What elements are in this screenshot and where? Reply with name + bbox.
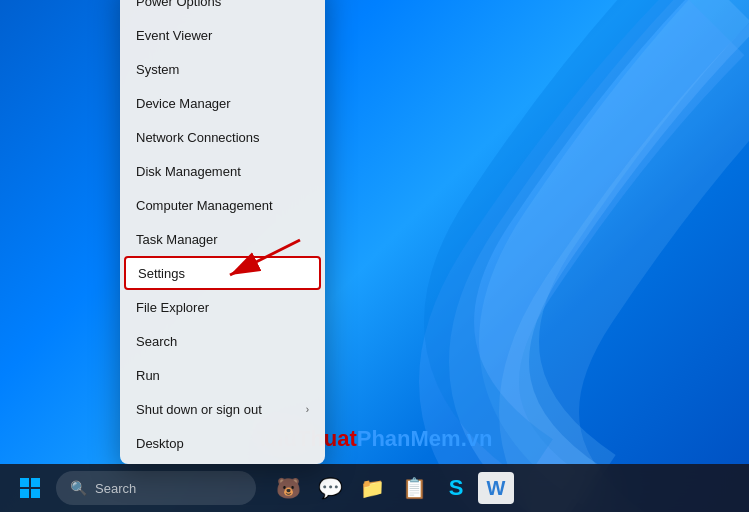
- menu-item-label-network-connections: Network Connections: [136, 130, 260, 145]
- menu-item-computer-management[interactable]: Computer Management: [120, 188, 325, 222]
- menu-item-event-viewer[interactable]: Event Viewer: [120, 18, 325, 52]
- menu-item-system[interactable]: System: [120, 52, 325, 86]
- menu-item-label-desktop: Desktop: [136, 436, 184, 451]
- folder-app-icon[interactable]: 📁: [352, 470, 392, 506]
- taskbar: 🔍 Search 🐻 💬 📁 📋 S W: [0, 464, 749, 512]
- windows-logo-icon: [20, 478, 40, 498]
- word-app-icon[interactable]: W: [478, 472, 514, 504]
- taskbar-app-icons: 🐻 💬 📁 📋 S W: [268, 470, 514, 506]
- taskbar-search-label: Search: [95, 481, 136, 496]
- desktop: Power OptionsEvent ViewerSystemDevice Ma…: [0, 0, 749, 512]
- chat-app-icon[interactable]: 💬: [310, 470, 350, 506]
- context-menu: Power OptionsEvent ViewerSystemDevice Ma…: [120, 0, 325, 464]
- menu-item-power-options[interactable]: Power Options: [120, 0, 325, 18]
- menu-item-disk-management[interactable]: Disk Management: [120, 154, 325, 188]
- menu-item-network-connections[interactable]: Network Connections: [120, 120, 325, 154]
- watermark-part3: .vn: [461, 426, 493, 451]
- bear-app-icon[interactable]: 🐻: [268, 470, 308, 506]
- menu-item-label-run: Run: [136, 368, 160, 383]
- submenu-arrow-icon: ›: [306, 404, 309, 415]
- menu-item-label-power-options: Power Options: [136, 0, 221, 9]
- s-app-icon[interactable]: S: [436, 470, 476, 506]
- menu-item-label-system: System: [136, 62, 179, 77]
- watermark-part2: PhanMem: [357, 426, 461, 451]
- menu-item-label-shut-down: Shut down or sign out: [136, 402, 262, 417]
- menu-item-label-computer-management: Computer Management: [136, 198, 273, 213]
- menu-item-shut-down[interactable]: Shut down or sign out›: [120, 392, 325, 426]
- menu-item-label-file-explorer: File Explorer: [136, 300, 209, 315]
- menu-item-device-manager[interactable]: Device Manager: [120, 86, 325, 120]
- svg-rect-0: [20, 478, 29, 487]
- menu-item-label-device-manager: Device Manager: [136, 96, 231, 111]
- start-button[interactable]: [12, 470, 48, 506]
- menu-item-label-settings: Settings: [138, 266, 185, 281]
- menu-item-label-disk-management: Disk Management: [136, 164, 241, 179]
- menu-item-settings[interactable]: Settings: [124, 256, 321, 290]
- menu-item-run[interactable]: Run: [120, 358, 325, 392]
- taskbar-search-box[interactable]: 🔍 Search: [56, 471, 256, 505]
- svg-rect-3: [31, 489, 40, 498]
- taskbar-search-icon: 🔍: [70, 480, 87, 496]
- menu-item-label-search: Search: [136, 334, 177, 349]
- svg-rect-2: [20, 489, 29, 498]
- menu-item-label-task-manager: Task Manager: [136, 232, 218, 247]
- menu-item-label-event-viewer: Event Viewer: [136, 28, 212, 43]
- menu-item-file-explorer[interactable]: File Explorer: [120, 290, 325, 324]
- svg-rect-1: [31, 478, 40, 487]
- notepad-app-icon[interactable]: 📋: [394, 470, 434, 506]
- menu-item-search[interactable]: Search: [120, 324, 325, 358]
- menu-item-task-manager[interactable]: Task Manager: [120, 222, 325, 256]
- menu-item-desktop[interactable]: Desktop: [120, 426, 325, 460]
